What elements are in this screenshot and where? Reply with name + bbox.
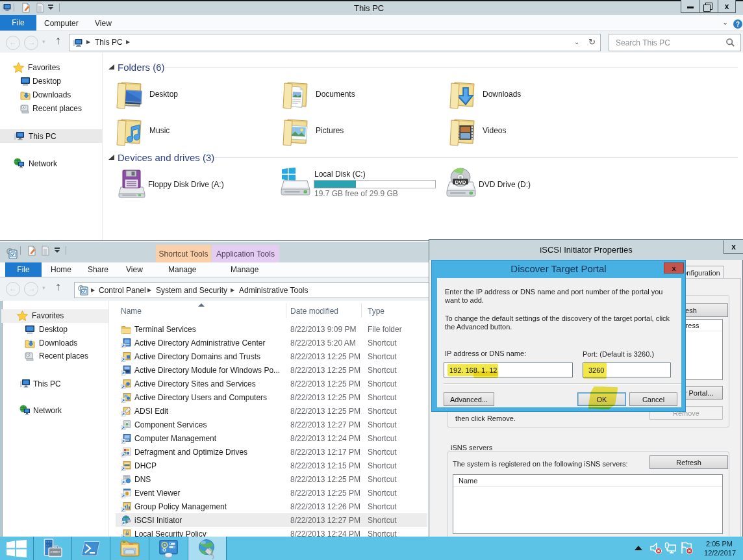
svg-text:DVD: DVD (455, 179, 466, 185)
